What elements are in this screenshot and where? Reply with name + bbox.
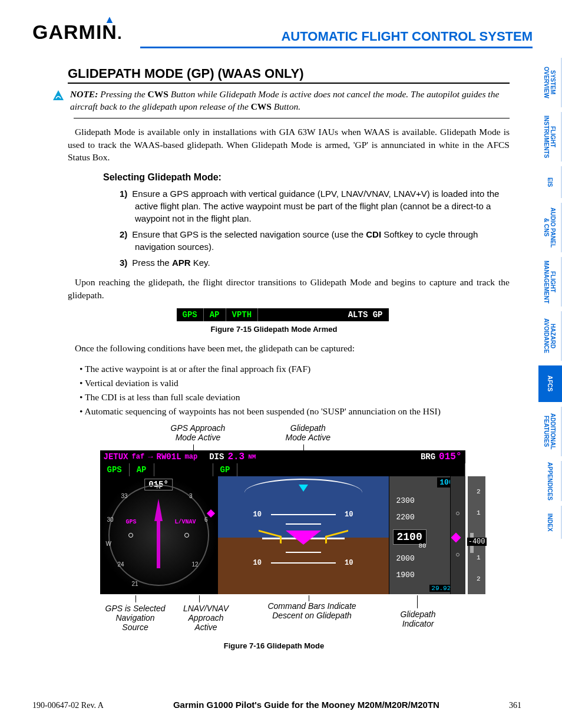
figure-7-16: GPS Approach Mode Active Glidepath Mode … — [94, 427, 471, 627]
adi-aircraft-symbol — [280, 533, 327, 534]
tab-hazard-avoidance[interactable]: HAZARD AVOIDANCE — [538, 311, 562, 361]
figure-7-16-label: Figure 7-16 Glidepath Mode — [32, 641, 515, 650]
tab-flight-management[interactable]: FLIGHT MANAGEMENT — [538, 257, 562, 307]
afcs-ap: AP — [204, 308, 226, 321]
afcs-status-bar-armed: GPS AP VPTH ALTS GP — [177, 308, 389, 321]
section-tabs-sidebar: SYSTEM OVERVIEW FLIGHT INSTRUMENTS EIS A… — [538, 58, 562, 539]
tab-eis[interactable]: EIS — [538, 166, 562, 198]
tab-system-overview[interactable]: SYSTEM OVERVIEW — [538, 58, 562, 107]
list-item: Vertical deviation is valid — [80, 376, 510, 390]
page-header: GARMIN. ▲ AUTOMATIC FLIGHT CONTROL SYSTE… — [32, 21, 533, 48]
callout-glidepath-active: Glidepath Mode Active — [286, 423, 331, 442]
step-3: 3)Press the APR Key. — [120, 256, 503, 269]
step-2: 2)Ensure that GPS is the selected naviga… — [120, 228, 503, 253]
radar-altitude: 80 — [419, 542, 427, 549]
hsi-dot — [184, 533, 189, 538]
hsi-instrument: 015° N 3 6 33 30 W 24 21 12 — [100, 476, 218, 594]
tab-additional-features[interactable]: ADDITIONAL FEATURES — [538, 407, 562, 456]
hsi-dot — [128, 533, 133, 538]
afcs-alts-gp: ALTS GP — [342, 308, 389, 321]
logo-delta-icon: ▲ — [104, 14, 115, 26]
leader-line — [417, 595, 418, 608]
section-title: Glidepath Mode (GP) (WAAS only) — [68, 66, 510, 84]
tab-audio-panel-cns[interactable]: AUDIO PANEL & CNS — [538, 203, 562, 252]
callout-command-bars: Command Bars Indicate Descent on Glidepa… — [259, 601, 365, 620]
conditions-list: The active waypoint is at or after the f… — [80, 362, 510, 419]
page-number: 361 — [509, 701, 521, 710]
attitude-indicator: 10 10 10 10 — [218, 476, 389, 594]
footer-title: Garmin G1000 Pilot's Guide for the Moone… — [173, 700, 439, 710]
header-title: AUTOMATIC FLIGHT CONTROL SYSTEM — [140, 29, 533, 48]
hsi-cdi-needle — [154, 499, 163, 521]
tab-index[interactable]: INDEX — [538, 506, 562, 539]
vsi: 2 1 1 2 — [468, 476, 485, 594]
afcs-gps: GPS — [177, 308, 204, 321]
pfd-display: 015° N 3 6 33 30 W 24 21 12 — [100, 476, 465, 594]
nav-info-bar: JETUX faf → RW01L map DIS 2.3NM BRG 015° — [100, 450, 465, 463]
paragraph-conditions: Once the following conditions have been … — [68, 342, 510, 355]
afcs-vpth: VPTH — [226, 308, 259, 321]
page-footer: 190-00647-02 Rev. A Garmin G1000 Pilot's… — [32, 700, 521, 710]
vsi-value: -400 — [467, 538, 487, 546]
tab-flight-instruments[interactable]: FLIGHT INSTRUMENTS — [538, 112, 562, 162]
leader-line — [309, 595, 309, 601]
callout-gps-approach: GPS Approach Mode Active — [171, 423, 226, 442]
leader-line — [199, 595, 200, 602]
page: GARMIN. ▲ AUTOMATIC FLIGHT CONTROL SYSTE… — [0, 0, 562, 728]
note-icon — [52, 90, 64, 101]
note-text: NOTE: Pressing the CWS Button while Glid… — [70, 88, 510, 113]
note-block: NOTE: Pressing the CWS Button while Glid… — [74, 88, 510, 118]
callout-gps-selected: GPS is Selected Navigation Source — [100, 604, 171, 632]
hsi-nav-source: GPS — [126, 519, 137, 525]
subheading: Selecting Glidepath Mode: — [103, 172, 533, 183]
list-item: The CDI is at less than full scale devia… — [80, 390, 510, 404]
altitude-tape: 1000 2300 2200 2100 80 2000 1900 29.92IN — [389, 476, 465, 594]
list-item: Automatic sequencing of waypoints has no… — [80, 404, 510, 419]
list-item: The active waypoint is at or after the f… — [80, 362, 510, 376]
garmin-logo: GARMIN. ▲ — [32, 21, 123, 44]
hsi-cdi-bar — [157, 521, 160, 568]
note-label: NOTE: — [70, 89, 98, 99]
afcs-status-bar-captured: GPS AP GP — [100, 463, 465, 476]
callout-glidepath-indicator: Glidepath Indicator — [395, 610, 442, 628]
footer-docnum: 190-00647-02 Rev. A — [32, 701, 104, 710]
tab-appendices[interactable]: APPENDICES — [538, 461, 562, 501]
step-1: 1)Ensure a GPS approach with vertical gu… — [120, 187, 503, 225]
hsi-approach-mode: L/VNAV — [174, 519, 196, 525]
callout-lnav-vnav: LNAV/VNAV Approach Active — [177, 604, 236, 632]
figure-7-15-label: Figure 7-15 Glidepath Mode Armed — [32, 325, 515, 334]
paragraph-transition: Upon reaching the glidepath, the flight … — [68, 276, 510, 301]
leader-line — [135, 595, 136, 602]
tab-afcs[interactable]: AFCS — [538, 365, 562, 402]
paragraph-intro: Glidepath Mode is available only in inst… — [68, 126, 510, 164]
